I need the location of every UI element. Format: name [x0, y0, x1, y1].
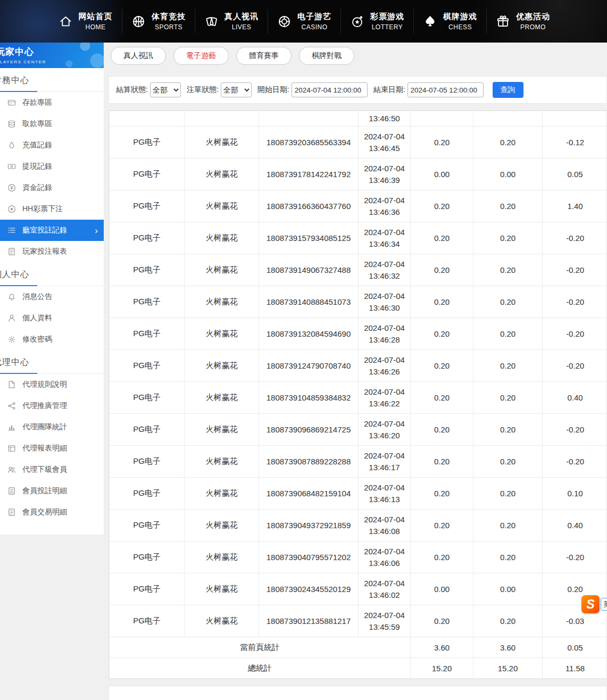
table-row: PG电子 火树赢花 1808739096869214725 2024-07-04… — [110, 414, 607, 446]
page-total-row: 當前頁統計 3.60 3.60 0.05 — [110, 637, 607, 658]
cell-game: 火树赢花 — [185, 159, 259, 190]
sidebar-item-agent-sub-members[interactable]: 代理下級會員 — [0, 459, 104, 480]
bar-chart-icon — [7, 423, 16, 431]
sidebar-item-announcements[interactable]: 消息公告 — [0, 286, 104, 307]
nav-item-lottery[interactable]: 彩票游戏LOTTERY — [340, 9, 413, 34]
tab-chess-battle[interactable]: 棋牌對戰 — [299, 47, 354, 65]
cell-game: 火树赢花 — [185, 510, 259, 541]
cell-valid-amount: 0.20 — [473, 350, 543, 382]
cell-valid-amount: 0.20 — [473, 190, 543, 222]
sidebar-item-label: 廳室投註記錄 — [22, 226, 67, 235]
cell-valid-amount: 0.20 — [473, 382, 543, 414]
nav-item-chess[interactable]: 棋牌游戏CHESS — [413, 9, 486, 34]
cell-valid-amount: 0.00 — [473, 159, 543, 190]
sidebar-item-agent-report-detail[interactable]: 代理報表明細 — [0, 438, 104, 459]
cell-time: 2024-07-04 13:46:20 — [359, 414, 411, 446]
cell-platform: PG电子 — [110, 382, 185, 414]
cell-game: 火树赢花 — [185, 254, 259, 286]
cell-platform: PG电子 — [110, 318, 185, 350]
sidebar-item-deposit[interactable]: 存款專區 — [0, 92, 104, 113]
sidebar-item-label: 代理報表明細 — [22, 444, 67, 453]
sidebar-item-withdraw[interactable]: 取款專區 — [0, 113, 104, 135]
lottery-ball-icon — [350, 14, 364, 29]
cell-valid-amount — [473, 111, 543, 127]
bell-icon — [7, 293, 16, 301]
sidebar-item-change-password[interactable]: 修改密碼 — [0, 329, 104, 350]
nav-item-casino[interactable]: 电子游艺CASINO — [268, 9, 340, 34]
sidebar-item-withdraw-record[interactable]: 提現記錄 — [0, 156, 104, 177]
tab-live-video[interactable]: 真人視訊 — [111, 47, 166, 65]
nav-item-home[interactable]: 网站首页HOME — [49, 9, 122, 34]
sidebar-item-agent-team-stats[interactable]: 代理團隊統計 — [0, 416, 104, 438]
cell-bet-amount: 0.20 — [411, 318, 473, 350]
sidebar-item-funds-record[interactable]: 資金記錄 — [0, 177, 104, 198]
settle-status-label: 結算狀態: — [116, 85, 148, 95]
nav-label-zh: 优惠活动 — [516, 12, 550, 22]
sidebar-section-agent: 代理中心 — [0, 357, 104, 374]
cell-bet-id: 1808739049372921859 — [259, 510, 359, 541]
page-total-winloss: 0.05 — [543, 637, 607, 658]
nav-item-promo[interactable]: 优惠活动PROMO — [486, 9, 559, 34]
sidebar: 玩家中心 PLAYERS CENTER 財務中心 存款專區 取款專區 充值記錄 … — [0, 43, 104, 535]
cell-platform: PG电子 — [110, 190, 185, 222]
basketball-icon — [131, 14, 146, 29]
category-tabs: 真人視訊 電子遊藝 體育賽事 棋牌對戰 — [111, 47, 607, 65]
lottery-star-icon — [7, 205, 16, 213]
sidebar-item-agent-rules[interactable]: 代理規則說明 — [0, 374, 104, 395]
sidebar-title: 玩家中心 — [0, 46, 104, 58]
cell-bet-amount: 0.20 — [411, 254, 473, 286]
cell-platform: PG电子 — [110, 254, 185, 286]
end-date-input[interactable] — [408, 82, 484, 97]
tab-sports-events[interactable]: 體育賽事 — [236, 47, 292, 65]
cell-bet-id: 1808739104859384832 — [259, 382, 359, 414]
sidebar-item-member-bet-detail[interactable]: 會員投註明細 — [0, 480, 104, 502]
cell-bet-id: 1808739140888451073 — [259, 286, 359, 318]
tab-electronic-games[interactable]: 電子遊藝 — [173, 47, 229, 65]
cell-winloss: -0.20 — [543, 541, 607, 573]
cell-game: 火树赢花 — [185, 446, 259, 478]
nav-item-sports[interactable]: 体育竞技SPORTS — [122, 9, 195, 34]
cell-bet-id: 1808739203685563394 — [259, 127, 359, 159]
sidebar-item-agent-promotion[interactable]: 代理推廣管理 — [0, 395, 104, 416]
cell-winloss — [543, 111, 607, 127]
cell-bet-id: 1808739149067327488 — [259, 254, 359, 286]
sidebar-section-personal: 個人中心 — [0, 269, 104, 286]
cell-bet-id: 1808739124790708740 — [259, 350, 359, 382]
sogou-ime-icon[interactable]: S — [581, 595, 600, 613]
ime-badge[interactable]: S 英 — [581, 595, 607, 613]
cell-game: 火树赢花 — [185, 286, 259, 318]
search-button[interactable]: 查詢 — [493, 82, 523, 98]
people-icon — [7, 465, 16, 474]
sidebar-item-label: 會員交易明細 — [22, 507, 67, 517]
table-row: PG电子 火树赢花 1808739040795571202 2024-07-04… — [110, 541, 607, 573]
cell-platform: PG电子 — [110, 222, 185, 254]
cell-platform: PG电子 — [110, 541, 185, 573]
nav-label-en: PROMO — [520, 23, 546, 31]
grand-total-winloss: 11.58 — [543, 658, 607, 679]
cell-winloss: 0.40 — [543, 510, 607, 541]
nav-item-lives[interactable]: 真人视讯LIVES — [195, 9, 268, 34]
table-row: PG电子 火树赢花 1808739068482159104 2024-07-04… — [110, 478, 607, 510]
chevron-right-icon: › — [95, 226, 98, 235]
cell-winloss: -0.12 — [543, 127, 607, 159]
sidebar-item-profile[interactable]: 個人資料 — [0, 307, 104, 329]
cell-bet-id: 1808739132084594690 — [259, 318, 359, 350]
home-icon — [59, 14, 73, 29]
sidebar-item-member-transaction-detail[interactable]: 會員交易明細 — [0, 502, 104, 523]
sidebar-item-room-bet-records[interactable]: 廳室投註記錄 › — [0, 220, 104, 241]
cell-winloss: 0.10 — [543, 478, 607, 510]
sidebar-item-recharge-record[interactable]: 充值記錄 — [0, 135, 104, 156]
start-date-input[interactable] — [292, 82, 368, 97]
grand-total-label: 總統計 — [110, 658, 411, 679]
sidebar-item-hh-lottery[interactable]: HH彩票下注 — [0, 198, 104, 220]
cell-bet-amount: 0.20 — [411, 350, 473, 382]
doc-lines-icon — [7, 487, 16, 495]
settle-status-select[interactable]: 全部 — [150, 82, 181, 97]
sidebar-item-player-bet-report[interactable]: 玩家投注報表 — [0, 241, 104, 262]
end-date-label: 結束日期: — [373, 85, 405, 95]
table-row: PG电子 火树赢花 1808739132084594690 2024-07-04… — [110, 318, 607, 350]
ime-language-mode[interactable]: 英 — [601, 598, 607, 611]
nav-label-zh: 棋牌游戏 — [443, 12, 477, 22]
order-status-select[interactable]: 全部 — [221, 82, 252, 97]
page-total-label: 當前頁統計 — [110, 637, 411, 658]
